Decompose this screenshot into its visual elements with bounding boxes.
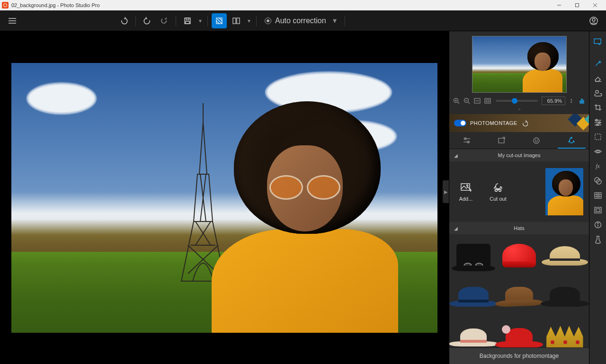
sliders-icon[interactable] bbox=[591, 115, 605, 129]
panel-tabs bbox=[449, 132, 589, 149]
tab-face[interactable] bbox=[519, 132, 554, 149]
canvas-image bbox=[11, 63, 437, 333]
hat-beanie-red[interactable] bbox=[497, 236, 541, 275]
top-toolbar: ▾ ▾ Auto correction ▾ bbox=[0, 10, 606, 31]
marquee-icon[interactable] bbox=[591, 130, 605, 143]
account-button[interactable] bbox=[586, 13, 601, 28]
histogram-icon[interactable] bbox=[578, 97, 586, 105]
svg-point-61 bbox=[596, 90, 598, 93]
close-button[interactable] bbox=[586, 0, 604, 10]
maximize-button[interactable] bbox=[568, 0, 586, 10]
lab-icon[interactable] bbox=[591, 233, 605, 246]
hat-crown[interactable] bbox=[543, 318, 587, 347]
zoom-value[interactable]: 65.9% bbox=[542, 97, 565, 105]
fx-icon[interactable]: fx bbox=[591, 160, 605, 173]
hat-fedora-black[interactable] bbox=[543, 277, 587, 316]
navigator-thumbnail[interactable] bbox=[472, 36, 567, 93]
svg-rect-14 bbox=[233, 18, 236, 24]
auto-correction-dropdown[interactable]: ▾ bbox=[333, 16, 337, 25]
canvas-icon[interactable] bbox=[591, 204, 605, 217]
menu-button[interactable] bbox=[5, 13, 20, 28]
title-bar: 02_background.jpg - Photo Studio Pro bbox=[0, 0, 606, 10]
view-dropdown[interactable]: ▾ bbox=[246, 13, 252, 28]
add-cutout-button[interactable]: Add... bbox=[453, 182, 479, 202]
svg-rect-15 bbox=[237, 18, 240, 24]
auto-correction-toggle[interactable] bbox=[265, 18, 271, 24]
hat-straw[interactable] bbox=[543, 236, 587, 275]
minimize-button[interactable] bbox=[550, 0, 568, 10]
collapse-icon: ◢ bbox=[454, 226, 458, 231]
view-single-button[interactable] bbox=[212, 13, 227, 28]
section-title-hats: Hats bbox=[514, 225, 525, 231]
svg-point-17 bbox=[592, 18, 595, 21]
hat-fedora-blue[interactable] bbox=[451, 277, 496, 316]
svg-rect-1 bbox=[576, 4, 579, 7]
hat-wide-pink[interactable] bbox=[451, 318, 496, 347]
magic-wand-icon[interactable] bbox=[591, 57, 605, 70]
svg-rect-38 bbox=[580, 101, 581, 103]
save-button[interactable] bbox=[180, 13, 195, 28]
tab-stickers[interactable] bbox=[554, 132, 589, 149]
svg-point-69 bbox=[597, 151, 599, 153]
fit-screen-icon[interactable] bbox=[483, 97, 492, 105]
zoom-in-icon[interactable] bbox=[452, 97, 461, 105]
svg-point-49 bbox=[571, 137, 572, 138]
redeye-icon[interactable] bbox=[591, 145, 605, 158]
zoom-slider[interactable] bbox=[496, 100, 538, 102]
note-icon[interactable] bbox=[591, 35, 605, 48]
svg-rect-45 bbox=[499, 138, 504, 143]
app-icon bbox=[2, 2, 9, 9]
cutout-button[interactable]: Cut out bbox=[485, 182, 511, 202]
photomontage-toggle[interactable] bbox=[454, 120, 466, 126]
grid-icon[interactable] bbox=[591, 189, 605, 202]
svg-rect-8 bbox=[186, 18, 189, 20]
cutout-layer-person bbox=[194, 87, 416, 333]
svg-line-32 bbox=[468, 102, 470, 104]
backgrounds-button[interactable]: Backgrounds for photomontage bbox=[449, 347, 589, 364]
right-panel: 65.9% ▴▾ ⌃ PHOTOMONTAGE bbox=[449, 31, 589, 364]
svg-line-11 bbox=[217, 19, 222, 24]
hat-cowboy[interactable] bbox=[497, 277, 541, 316]
view-compare-button[interactable] bbox=[229, 13, 244, 28]
svg-line-12 bbox=[219, 18, 222, 21]
section-header-hats[interactable]: ◢ Hats bbox=[449, 222, 589, 234]
svg-rect-72 bbox=[595, 193, 601, 198]
weather-icon[interactable] bbox=[591, 86, 605, 99]
photomontage-banner: PHOTOMONTAGE bbox=[449, 114, 589, 132]
svg-rect-58 bbox=[594, 39, 601, 44]
svg-line-13 bbox=[216, 21, 219, 24]
zoom-stepper[interactable]: ▴▾ bbox=[567, 97, 576, 105]
section-title-cutouts: My cut-out images bbox=[498, 152, 541, 158]
hat-red-wide[interactable] bbox=[497, 318, 541, 347]
eraser-icon[interactable] bbox=[591, 71, 605, 85]
svg-rect-37 bbox=[486, 100, 489, 102]
canvas-area[interactable] bbox=[0, 31, 449, 364]
hats-grid bbox=[449, 234, 589, 347]
window-title: 02_background.jpg - Photo Studio Pro bbox=[11, 2, 100, 8]
zoom-out-icon[interactable] bbox=[463, 97, 471, 105]
info-icon[interactable] bbox=[591, 218, 605, 231]
cutout-thumbnail[interactable] bbox=[545, 168, 583, 215]
save-dropdown[interactable]: ▾ bbox=[197, 13, 204, 28]
collapse-navigator[interactable]: ⌃ bbox=[449, 107, 589, 114]
fit-width-icon[interactable] bbox=[473, 97, 481, 105]
redo-forward-button[interactable] bbox=[157, 13, 172, 28]
svg-rect-40 bbox=[583, 100, 584, 103]
photomontage-reset-icon[interactable] bbox=[521, 120, 528, 126]
crop-icon[interactable] bbox=[591, 101, 605, 114]
tab-adjustments[interactable] bbox=[449, 132, 484, 149]
photomontage-label: PHOTOMONTAGE bbox=[470, 120, 517, 126]
svg-rect-77 bbox=[595, 207, 601, 213]
section-header-cutouts[interactable]: ◢ My cut-out images bbox=[449, 149, 589, 161]
redo-button[interactable] bbox=[140, 13, 155, 28]
filters-icon[interactable] bbox=[591, 174, 605, 187]
svg-rect-36 bbox=[485, 98, 490, 103]
expand-rail-button[interactable]: ▶ bbox=[442, 180, 449, 204]
svg-point-47 bbox=[535, 140, 536, 140]
tab-frames[interactable] bbox=[484, 132, 519, 149]
hat-top-hat[interactable] bbox=[451, 236, 496, 275]
undo-button[interactable] bbox=[116, 13, 132, 28]
svg-rect-9 bbox=[186, 21, 189, 24]
svg-line-28 bbox=[458, 102, 459, 104]
svg-point-46 bbox=[534, 138, 539, 143]
